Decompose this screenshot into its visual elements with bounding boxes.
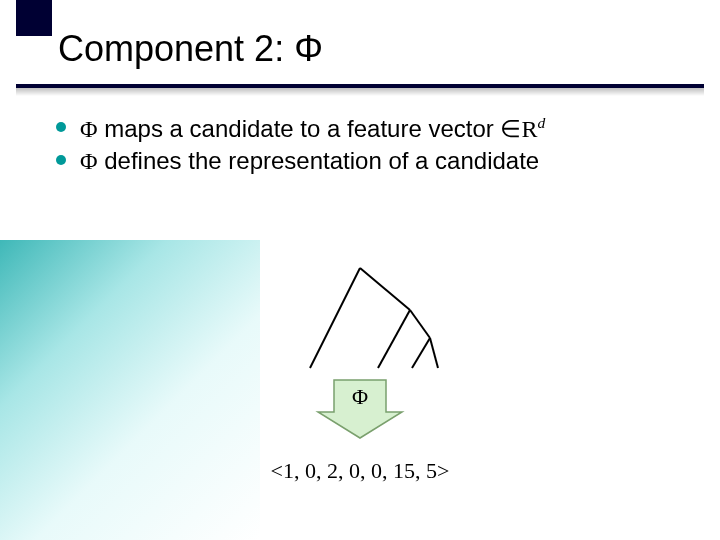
phi-symbol: Φ	[80, 148, 98, 174]
tree-diagram	[280, 260, 440, 380]
real-set-symbol: R	[521, 116, 537, 142]
title-underline	[16, 84, 704, 88]
tree-svg	[280, 260, 440, 380]
bullet-item: Φ defines the representation of a candid…	[56, 145, 676, 177]
svg-line-2	[378, 310, 410, 368]
corner-accent-square	[16, 0, 52, 36]
bullet-text: Φ maps a candidate to a feature vector ∈…	[80, 112, 676, 145]
feature-vector: <1, 0, 2, 0, 0, 15, 5>	[0, 458, 720, 484]
bullet-list: Φ maps a candidate to a feature vector ∈…	[56, 112, 676, 178]
element-of-symbol: ∈	[500, 116, 521, 142]
slide: Component 2: Φ Φ maps a candidate to a f…	[0, 0, 720, 540]
bullet-icon	[56, 122, 66, 132]
slide-title: Component 2: Φ	[58, 28, 323, 70]
bullet-text: Φ defines the representation of a candid…	[80, 145, 676, 177]
svg-line-1	[360, 268, 410, 310]
phi-symbol: Φ	[80, 116, 98, 142]
bullet-body: maps a candidate to a feature vector	[98, 115, 501, 142]
background-gradient	[0, 240, 260, 540]
bullet-body: defines the representation of a candidat…	[98, 147, 540, 174]
dimension-exponent: d	[537, 114, 545, 131]
slide-title-text: Component 2: Φ	[58, 28, 323, 69]
svg-line-4	[412, 338, 430, 368]
phi-arrow: Φ	[314, 378, 406, 440]
bullet-icon	[56, 155, 66, 165]
arrow-label: Φ	[314, 384, 406, 410]
svg-line-5	[430, 338, 438, 368]
svg-line-3	[410, 310, 430, 338]
bullet-item: Φ maps a candidate to a feature vector ∈…	[56, 112, 676, 145]
title-underline-shadow	[16, 88, 704, 96]
svg-line-0	[310, 268, 360, 368]
